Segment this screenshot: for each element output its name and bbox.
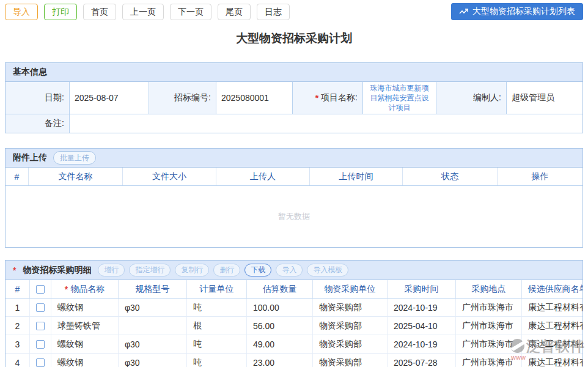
cell-name: 螺纹钢	[51, 354, 119, 367]
attachments-col-header-4: 上传时间	[310, 168, 403, 185]
detail-button-5[interactable]: 导入	[276, 264, 303, 276]
attachments-col-header-1: 文件名称	[29, 168, 123, 185]
remark-value[interactable]	[70, 114, 582, 133]
required-asterisk: *	[65, 284, 68, 294]
last-page-button[interactable]: 尾页	[218, 4, 251, 20]
prev-page-button[interactable]: 上一页	[122, 4, 164, 20]
cell-spec: φ30	[119, 335, 187, 353]
cell-unit: 吨	[187, 335, 247, 353]
cell-time: 2025-07-28	[388, 354, 456, 367]
detail-section-title: 物资招标采购明细	[23, 265, 91, 276]
detail-col-header-7: 采购时间	[388, 280, 456, 298]
detail-col-header-3: 规格型号	[119, 280, 187, 298]
cell-dept: 物资采购部	[313, 317, 388, 335]
cell-time: 2024-10-19	[388, 298, 456, 316]
detail-button-3[interactable]: 删行	[213, 264, 240, 276]
detail-button-2[interactable]: 复制行	[175, 264, 209, 276]
cell-name: 螺纹钢	[51, 335, 119, 353]
first-page-button[interactable]: 首页	[83, 4, 116, 20]
cell-dept: 物资采购部	[313, 354, 388, 367]
detail-section-header: * 物资招标采购明细 增行指定增行复制行删行下载导入导入模板	[6, 261, 582, 280]
cell-place: 广州市珠海市	[456, 354, 522, 367]
required-asterisk: *	[13, 265, 16, 275]
date-value[interactable]: 2025-08-07	[70, 82, 149, 114]
cell-place: 广州市珠海市	[456, 335, 522, 353]
bid-no-value[interactable]: 2025080001	[216, 82, 293, 114]
attachments-col-header-3: 上传人	[216, 168, 310, 185]
row-checkbox-cell	[30, 317, 51, 335]
detail-table-body: 1螺纹钢φ30吨100.00物资采购部2024-10-19广州市珠海市康达工程材…	[6, 298, 582, 367]
remark-row: 备注:	[6, 114, 582, 133]
cell-dept: 物资采购部	[313, 298, 388, 316]
attachments-section: 附件上传 批量上传 #文件名称文件大小上传人上传时间状态操作 暂无数据	[5, 148, 583, 248]
cell-qty: 56.00	[247, 317, 313, 335]
cell-place: 广州市珠海市	[456, 298, 522, 316]
cell-time: 2024-10-19	[388, 335, 456, 353]
log-button[interactable]: 日志	[257, 4, 290, 20]
detail-col-header-5: 估算数量	[247, 280, 313, 298]
cell-row-number: 2	[6, 317, 30, 335]
detail-col-header-4: 计量单位	[187, 280, 247, 298]
detail-button-1[interactable]: 指定增行	[129, 264, 171, 276]
required-asterisk: *	[315, 93, 318, 103]
cell-row-number: 4	[6, 354, 30, 367]
select-all-checkbox[interactable]	[36, 285, 45, 294]
cell-row-number: 3	[6, 335, 30, 353]
table-row: 2球墨铸铁管根56.00物资采购部2025-04-10广州市珠海市康达工程材料有…	[6, 317, 582, 335]
detail-col-header-2: *物品名称	[51, 280, 119, 298]
cell-unit: 吨	[187, 298, 247, 316]
plan-list-button-label: 大型物资招标采购计划列表	[472, 6, 575, 17]
cell-supplier: 康达工程材料有限	[522, 317, 583, 335]
detail-table-header: #*物品名称规格型号计量单位估算数量物资采购单位采购时间采购地点候选供应商名单	[6, 280, 582, 298]
creator-value: 超级管理员	[507, 82, 582, 114]
cell-unit: 根	[187, 317, 247, 335]
import-button[interactable]: 导入	[5, 4, 38, 20]
cell-qty: 49.00	[247, 335, 313, 353]
attachments-col-header-0: #	[6, 168, 29, 185]
detail-button-4[interactable]: 下载	[244, 264, 271, 276]
remark-label: 备注:	[6, 114, 70, 133]
attachments-col-header-5: 状态	[403, 168, 498, 185]
basic-info-section: 基本信息 日期: 2025-08-07 招标编号: 2025080001 * 项…	[5, 62, 583, 133]
detail-col-header-8: 采购地点	[456, 280, 522, 298]
cell-qty: 100.00	[247, 298, 313, 316]
project-label: * 项目名称:	[293, 82, 363, 114]
plan-list-button[interactable]: 大型物资招标采购计划列表	[451, 3, 583, 20]
row-checkbox-cell	[30, 298, 51, 316]
row-checkbox[interactable]	[36, 340, 45, 349]
row-checkbox[interactable]	[36, 322, 45, 330]
row-checkbox-cell	[30, 335, 51, 353]
detail-button-6[interactable]: 导入模板	[307, 264, 348, 276]
basic-info-grid: 日期: 2025-08-07 招标编号: 2025080001 * 项目名称: …	[6, 82, 582, 114]
cell-spec: φ30	[119, 354, 187, 367]
cell-name: 螺纹钢	[51, 298, 119, 316]
project-link[interactable]: 珠海市城市更新项目紫桐苑安置点设计项目	[368, 83, 431, 113]
attachments-empty-state: 暂无数据	[6, 186, 582, 247]
attachments-col-header-6: 操作	[498, 168, 582, 185]
detail-col-header-9: 候选供应商名单	[522, 280, 583, 298]
row-checkbox[interactable]	[36, 358, 45, 367]
detail-col-header-1	[30, 280, 51, 298]
attachments-col-header-2: 文件大小	[123, 168, 216, 185]
detail-col-header-6: 物资采购单位	[313, 280, 388, 298]
basic-info-section-title: 基本信息	[6, 63, 582, 82]
cell-qty: 23.00	[247, 354, 313, 367]
detail-section: * 物资招标采购明细 增行指定增行复制行删行下载导入导入模板 #*物品名称规格型…	[5, 260, 583, 367]
cell-supplier: 康达工程材料有限	[522, 298, 583, 316]
attachments-table-header: #文件名称文件大小上传人上传时间状态操作	[6, 168, 582, 186]
row-checkbox[interactable]	[36, 303, 45, 312]
cell-supplier: 康达工程材料有限	[522, 354, 583, 367]
page-title: 大型物资招标采购计划	[5, 31, 583, 46]
detail-col-header-0: #	[6, 280, 30, 298]
print-button[interactable]: 打印	[44, 4, 77, 20]
row-checkbox-cell	[30, 354, 51, 367]
table-row: 1螺纹钢φ30吨100.00物资采购部2024-10-19广州市珠海市康达工程材…	[6, 298, 582, 317]
detail-toolbar: 增行指定增行复制行删行下载导入导入模板	[98, 264, 348, 276]
cell-name: 球墨铸铁管	[51, 317, 119, 335]
detail-button-0[interactable]: 增行	[98, 264, 125, 276]
cell-dept: 物资采购部	[313, 335, 388, 353]
table-row: 3螺纹钢φ30吨49.00物资采购部2024-10-19广州市珠海市康达工程材料…	[6, 335, 582, 354]
next-page-button[interactable]: 下一页	[170, 4, 211, 20]
cell-unit: 吨	[187, 354, 247, 367]
batch-upload-button[interactable]: 批量上传	[53, 151, 96, 165]
